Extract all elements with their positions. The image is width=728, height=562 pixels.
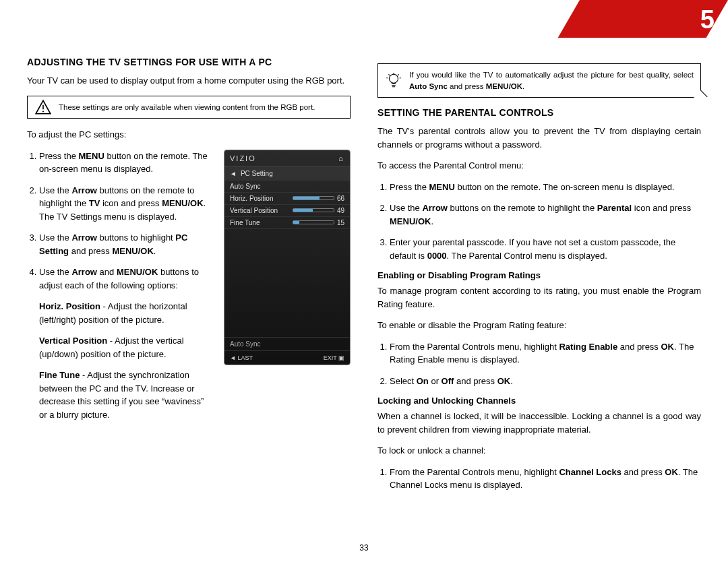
- step-item: Enter your parental passcode. If you hav…: [390, 236, 701, 262]
- svg-point-1: [42, 111, 44, 112]
- tv-breadcrumb: PC Setting: [241, 170, 273, 177]
- tv-exit: EXIT ▣: [324, 354, 344, 361]
- tv-setting-label: Auto Sync: [230, 183, 261, 190]
- lead-text: To enable or disable the Program Rating …: [377, 319, 701, 332]
- option-item: Fine Tune - Adjust the synchro­nization …: [39, 369, 212, 421]
- body-text: When a channel is locked, it will be ina…: [377, 410, 701, 436]
- step-item: Select On or Off and press OK.: [390, 375, 701, 388]
- body-text: To manage program content according to i…: [377, 284, 701, 311]
- left-column: ADJUSTING THE TV SETTINGS FOR USE WITH A…: [27, 57, 351, 500]
- tv-last: ◄ LAST: [230, 354, 253, 361]
- tip-callout: If you would like the TV to automaticall…: [377, 63, 701, 98]
- step-item: Use the Arrow buttons to highlight PC Se…: [39, 231, 212, 257]
- svg-point-2: [390, 74, 398, 83]
- tv-setting-label: Horiz. Position: [230, 195, 273, 202]
- subsection-heading: Enabling or Disabling Program Ratings: [377, 270, 701, 280]
- warning-callout: These settings are only available when v…: [27, 96, 351, 119]
- tv-setting-row: Fine Tune15: [224, 217, 350, 229]
- steps-list: From the Parental Controls menu, highlig…: [377, 340, 701, 388]
- lead-text: To adjust the PC settings:: [27, 128, 351, 142]
- back-icon: ◄: [230, 170, 237, 177]
- section-heading: SETTING THE PARENTAL CONTROLS: [377, 107, 701, 118]
- tv-status: Auto Sync: [224, 337, 350, 350]
- tv-setting-label: Vertical Position: [230, 207, 278, 214]
- step-item: Use the Arrow buttons on the remote to h…: [39, 184, 212, 224]
- tv-setting-value: 15: [337, 219, 344, 226]
- steps-list: Press the MENU button on the remote. The…: [27, 150, 212, 292]
- chapter-tab: 5: [553, 0, 728, 38]
- tv-setting-row: Auto Sync: [224, 181, 350, 193]
- intro-text: Your TV can be used to display output fr…: [27, 74, 351, 88]
- tv-setting-label: Fine Tune: [230, 219, 260, 226]
- tv-setting-row: Vertical Position49: [224, 205, 350, 217]
- step-item: Press the MENU button on the remote. The…: [390, 181, 701, 194]
- subsection-heading: Locking and Unlocking Channels: [377, 396, 701, 406]
- lightbulb-icon: [385, 72, 402, 90]
- tv-setting-value: 66: [337, 195, 344, 202]
- step-item: Use the Arrow and MENU/OK buttons to adj…: [39, 266, 212, 292]
- tv-screenshot: VIZIO ⌂ ◄ PC Setting Auto SyncHoriz. Pos…: [224, 150, 351, 365]
- tv-setting-value: 49: [337, 207, 344, 214]
- lead-text: To access the Parental Control menu:: [377, 159, 701, 173]
- steps-list: Press the MENU button on the remote. The…: [377, 181, 701, 263]
- home-icon: ⌂: [338, 154, 344, 162]
- page-content: ADJUSTING THE TV SETTINGS FOR USE WITH A…: [0, 0, 728, 520]
- tv-brand: VIZIO: [230, 154, 256, 162]
- page-number: 33: [359, 543, 368, 553]
- intro-text: The TV's parental controls allow you to …: [377, 125, 701, 151]
- option-item: Vertical Position - Adjust the vertical …: [39, 334, 212, 361]
- step-item: From the Parental Controls menu, highlig…: [390, 466, 701, 492]
- warning-icon: [34, 98, 52, 116]
- callout-text: These settings are only available when v…: [59, 103, 315, 111]
- steps-list: From the Parental Controls menu, highlig…: [377, 466, 701, 492]
- step-item: From the Parental Controls menu, highlig…: [390, 340, 701, 367]
- step-item: Press the MENU button on the remote. The…: [39, 150, 212, 176]
- option-item: Horiz. Position - Adjust the horizontal …: [39, 300, 212, 326]
- section-heading: ADJUSTING THE TV SETTINGS FOR USE WITH A…: [27, 57, 351, 67]
- tv-setting-row: Horiz. Position66: [224, 193, 350, 205]
- lead-text: To lock or unlock a channel:: [377, 444, 701, 458]
- right-column: If you would like the TV to automaticall…: [377, 57, 701, 500]
- step-item: Use the Arrow buttons on the remote to h…: [390, 201, 701, 228]
- chapter-number: 5: [700, 5, 715, 34]
